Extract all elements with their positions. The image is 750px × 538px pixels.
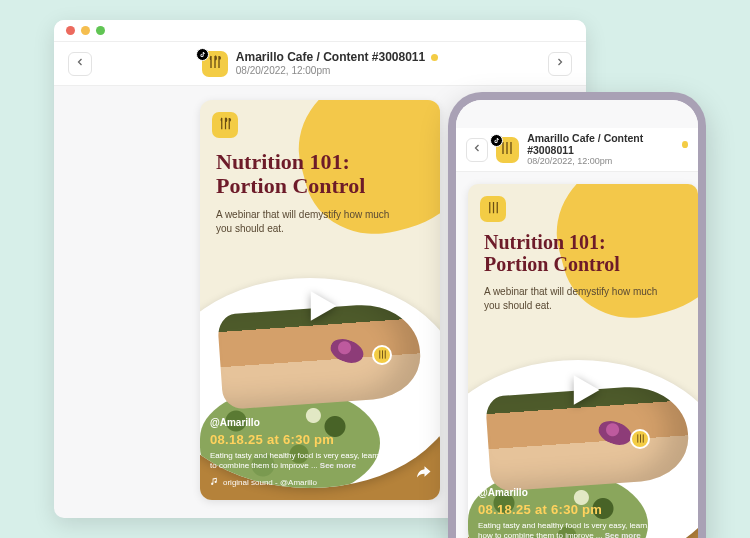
chevron-left-icon (74, 56, 86, 71)
content-header-mobile: Amarillo Cafe / Content #3008011 08/20/2… (456, 128, 698, 172)
comment-button[interactable] (414, 432, 432, 450)
post-sound[interactable]: original sound - @Amarillo (210, 477, 402, 490)
comment-button[interactable] (672, 502, 690, 520)
chevron-left-icon (471, 142, 483, 157)
utensils-icon (635, 430, 646, 448)
content-title: Amarillo Cafe / Content #3008011 (527, 132, 676, 156)
play-icon (298, 284, 342, 332)
utensils-icon (218, 116, 233, 135)
header-center: Amarillo Cafe / Content #3008011 08/20/2… (102, 51, 538, 77)
post-event-time: 08.18.25 at 6:30 pm (210, 431, 402, 449)
music-note-icon (210, 477, 219, 490)
brand-badge (212, 112, 238, 138)
content-datetime: 08/20/2022, 12:00pm (527, 156, 688, 166)
mobile-device-frame: Amarillo Cafe / Content #3008011 08/20/2… (448, 92, 706, 538)
see-more-link[interactable]: See more (605, 531, 641, 538)
share-button[interactable] (672, 534, 690, 538)
post-headline: Nutrition 101: Portion Control (216, 150, 422, 198)
brand-circle-badge (372, 345, 392, 365)
post-action-rail (414, 400, 432, 482)
status-dot-icon (682, 141, 688, 148)
post-caption: Eating tasty and healthy food is very ea… (478, 521, 660, 538)
play-icon (561, 368, 605, 416)
header-text: Amarillo Cafe / Content #3008011 08/20/2… (527, 132, 688, 166)
chevron-right-icon (554, 56, 566, 71)
post-headline: Nutrition 101: Portion Control (484, 232, 680, 275)
mac-titlebar (54, 20, 586, 42)
post-heading: Nutrition 101: Portion Control A webinar… (216, 150, 422, 236)
share-button[interactable] (414, 464, 432, 482)
like-button[interactable] (414, 400, 432, 418)
forward-button[interactable] (548, 52, 572, 76)
post-subheadline: A webinar that will demystify how much y… (484, 285, 664, 313)
traffic-light-zoom[interactable] (96, 26, 105, 35)
traffic-light-minimize[interactable] (81, 26, 90, 35)
content-header: Amarillo Cafe / Content #3008011 08/20/2… (54, 42, 586, 86)
like-button[interactable] (672, 470, 690, 488)
post-event-time: 08.18.25 at 6:30 pm (478, 501, 660, 519)
content-title: Amarillo Cafe / Content #3008011 (236, 51, 425, 65)
tiktok-post-preview[interactable]: Nutrition 101: Portion Control A webinar… (468, 184, 698, 538)
brand-badge (480, 196, 506, 222)
post-action-rail (672, 470, 690, 538)
post-overlay: @Amarillo 08.18.25 at 6:30 pm Eating tas… (478, 486, 660, 538)
content-datetime: 08/20/2022, 12:00pm (236, 65, 438, 77)
play-button[interactable] (298, 286, 342, 330)
post-handle[interactable]: @Amarillo (478, 486, 660, 500)
tiktok-icon (490, 134, 503, 147)
org-avatar (496, 137, 519, 163)
post-caption: Eating tasty and healthy food is very ea… (210, 451, 402, 473)
header-text: Amarillo Cafe / Content #3008011 08/20/2… (236, 51, 438, 76)
play-button[interactable] (561, 370, 605, 414)
post-overlay: @Amarillo 08.18.25 at 6:30 pm Eating tas… (210, 416, 402, 490)
post-handle[interactable]: @Amarillo (210, 416, 402, 430)
status-dot-icon (431, 54, 438, 61)
org-avatar (202, 51, 228, 77)
back-button[interactable] (466, 138, 488, 162)
mobile-screen: Amarillo Cafe / Content #3008011 08/20/2… (456, 100, 698, 538)
preview-canvas-mobile: Nutrition 101: Portion Control A webinar… (456, 172, 698, 538)
utensils-icon (377, 346, 388, 364)
brand-circle-badge (630, 429, 650, 449)
post-subheadline: A webinar that will demystify how much y… (216, 208, 396, 236)
utensils-icon (486, 200, 501, 219)
traffic-light-close[interactable] (66, 26, 75, 35)
tiktok-icon (196, 48, 209, 61)
post-heading: Nutrition 101: Portion Control A webinar… (484, 232, 680, 313)
see-more-link[interactable]: See more (320, 461, 356, 470)
utensils-icon (207, 54, 223, 74)
back-button[interactable] (68, 52, 92, 76)
tiktok-post-preview[interactable]: Nutrition 101: Portion Control A webinar… (200, 100, 440, 500)
